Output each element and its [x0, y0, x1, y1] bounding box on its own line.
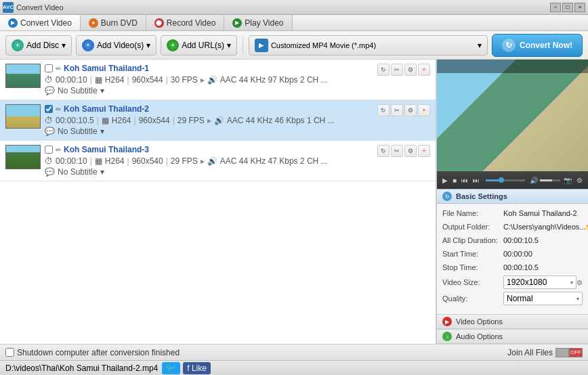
- audio-options-icon: ♪: [442, 332, 452, 341]
- file-checkbox-2[interactable]: [45, 105, 53, 113]
- progress-dot: [499, 177, 504, 183]
- tab-play-video[interactable]: ▶ Play Video: [224, 15, 292, 30]
- video-size-gear[interactable]: ⚙: [576, 279, 583, 286]
- player-controls: ▶ ■ ⏮ ⏭ 🔊 📷 ⚙: [437, 171, 588, 189]
- start-time-value: 00:00:00: [503, 250, 583, 258]
- edit-icon-1: ✏: [56, 65, 61, 72]
- file-refresh-3[interactable]: ↻: [377, 145, 390, 157]
- convert-now-button[interactable]: ↻ Convert Now!: [492, 34, 583, 57]
- video-size-arrow: ▾: [570, 280, 573, 286]
- prev-button[interactable]: ⏮: [460, 177, 469, 184]
- file-cut-3[interactable]: ✂: [391, 145, 403, 157]
- file-close-2[interactable]: +: [418, 104, 430, 116]
- toggle-off-btn[interactable]: OFF: [569, 348, 583, 357]
- settings-row-duration: All Clip Duration: 00:00:10.5: [437, 234, 588, 247]
- maximize-button[interactable]: □: [562, 3, 573, 12]
- twitter-icon: 🐦: [166, 363, 176, 373]
- file-checkbox-3[interactable]: [45, 146, 53, 154]
- screenshot-button[interactable]: 📷: [562, 177, 573, 184]
- subtitle-icon-2: 💬: [45, 127, 55, 136]
- format-label: Customized MP4 Movie (*.mp4): [271, 41, 475, 49]
- subtitle-row-2: 💬 No Subtitle ▾: [45, 127, 373, 136]
- facebook-button[interactable]: f Like: [183, 362, 211, 374]
- subtitle-row-3: 💬 No Subtitle ▾: [45, 167, 373, 177]
- subtitle-arrow-2[interactable]: ▾: [100, 127, 104, 136]
- stop-button[interactable]: ■: [451, 177, 458, 184]
- tab-burn-dvd[interactable]: ● Burn DVD: [81, 15, 146, 30]
- tab-play-label: Play Video: [245, 18, 283, 28]
- right-panel: ▶ ■ ⏮ ⏭ 🔊 📷 ⚙ ↻ Basic Settings File Name…: [436, 60, 588, 344]
- file-thumb-1: [5, 64, 41, 88]
- status-path: D:\videos\Thai\Koh Samui Thailand-2.mp4: [5, 363, 158, 373]
- file-item-1[interactable]: ✏ Koh Samui Thailand-1 ⏱ 00:00:10 | ▦ H2…: [0, 60, 436, 100]
- file-list: ✏ Koh Samui Thailand-1 ⏱ 00:00:10 | ▦ H2…: [0, 60, 436, 344]
- subtitle-arrow-1[interactable]: ▾: [100, 86, 104, 95]
- file-actions-3: ↻ ✂ ⚙ +: [377, 145, 430, 157]
- window-controls[interactable]: − □ ×: [550, 3, 585, 12]
- res-2: 960x544: [139, 116, 170, 125]
- add-url-arrow: ▾: [227, 41, 231, 50]
- subtitle-arrow-3[interactable]: ▾: [100, 167, 104, 177]
- audio-options-header[interactable]: ♪ Audio Options: [437, 329, 588, 344]
- codec-1: H264: [105, 75, 125, 85]
- next-button[interactable]: ⏭: [471, 177, 481, 184]
- file-close-1[interactable]: +: [418, 64, 430, 76]
- convert-tab-icon: ▶: [8, 18, 18, 28]
- tab-convert-video[interactable]: ▶ Convert Video: [0, 15, 81, 30]
- minimize-button[interactable]: −: [550, 3, 561, 12]
- codec-icon-2: ▦: [102, 116, 109, 125]
- folder-browse-icon[interactable]: 📁: [585, 223, 588, 231]
- file-refresh-2[interactable]: ↻: [377, 104, 390, 116]
- preview-area: [437, 60, 588, 171]
- subtitle-2: No Subtitle: [58, 127, 98, 136]
- tab-record-label: Record Video: [167, 18, 216, 28]
- progress-bar[interactable]: [486, 179, 525, 181]
- duration-3: 00:00:10: [56, 156, 87, 166]
- shutdown-checkbox[interactable]: [5, 348, 14, 357]
- video-options-header[interactable]: ▶ Video Options: [437, 314, 588, 329]
- add-video-button[interactable]: + Add Video(s) ▾: [76, 35, 156, 56]
- subtitle-3: No Subtitle: [58, 167, 98, 177]
- file-meta-3: ⏱ 00:00:10 | ▦ H264 | 960x540 | 29 FPS ▶…: [45, 156, 373, 166]
- add-disc-button[interactable]: + Add Disc ▾: [5, 35, 72, 56]
- file-name-value: Koh Samui Thailand-2: [503, 209, 583, 217]
- play-button[interactable]: ▶: [441, 177, 449, 184]
- file-close-3[interactable]: +: [418, 145, 430, 157]
- video-size-select[interactable]: 1920x1080 ▾: [503, 275, 576, 289]
- file-settings-3[interactable]: ⚙: [404, 145, 417, 157]
- quality-value: Normal: [507, 294, 575, 303]
- toggle-on-btn[interactable]: [555, 348, 569, 357]
- tab-record-video[interactable]: ⬤ Record Video: [146, 15, 225, 30]
- file-cut-1[interactable]: ✂: [391, 64, 403, 76]
- file-info-3: ✏ Koh Samui Thailand-3 ⏱ 00:00:10 | ▦ H2…: [45, 145, 373, 177]
- clip-duration-label: All Clip Duration:: [442, 236, 503, 244]
- format-selector[interactable]: ▶ Customized MP4 Movie (*.mp4) ▾: [249, 35, 488, 56]
- file-info-1: ✏ Koh Samui Thailand-1 ⏱ 00:00:10 | ▦ H2…: [45, 64, 373, 95]
- clip-duration-value: 00:00:10.5: [503, 236, 583, 244]
- edit-icon-2: ✏: [56, 106, 61, 113]
- add-url-button[interactable]: + Add URL(s) ▾: [161, 35, 237, 56]
- file-settings-2[interactable]: ⚙: [404, 104, 417, 116]
- file-item-3[interactable]: ✏ Koh Samui Thailand-3 ⏱ 00:00:10 | ▦ H2…: [0, 141, 436, 181]
- file-settings-1[interactable]: ⚙: [404, 64, 417, 76]
- quality-label: Quality:: [442, 294, 503, 303]
- file-item-2[interactable]: ✏ Koh Samui Thailand-2 ⏱ 00:00:10.5 | ▦ …: [0, 100, 436, 141]
- file-cut-2[interactable]: ✂: [391, 104, 403, 116]
- volume-bar[interactable]: [540, 179, 560, 181]
- file-refresh-1[interactable]: ↻: [377, 64, 390, 76]
- file-checkbox-1[interactable]: [45, 64, 53, 72]
- file-actions-1: ↻ ✂ ⚙ +: [377, 64, 430, 76]
- toggle-group: OFF: [555, 348, 583, 357]
- twitter-button[interactable]: 🐦: [162, 362, 180, 374]
- social-buttons: 🐦 f Like: [162, 362, 211, 374]
- settings-button[interactable]: ⚙: [575, 177, 584, 184]
- subtitle-row-1: 💬 No Subtitle ▾: [45, 86, 373, 95]
- main-content: ✏ Koh Samui Thailand-1 ⏱ 00:00:10 | ▦ H2…: [0, 60, 588, 344]
- settings-row-quality: Quality: Normal ▾: [437, 290, 588, 307]
- subtitle-icon-1: 💬: [45, 86, 55, 95]
- close-button[interactable]: ×: [574, 3, 585, 12]
- quality-select[interactable]: Normal ▾: [503, 292, 583, 305]
- vol-icon-2: 🔊: [214, 116, 224, 125]
- format-arrow: ▾: [478, 41, 482, 50]
- app-logo: AVC: [3, 2, 14, 13]
